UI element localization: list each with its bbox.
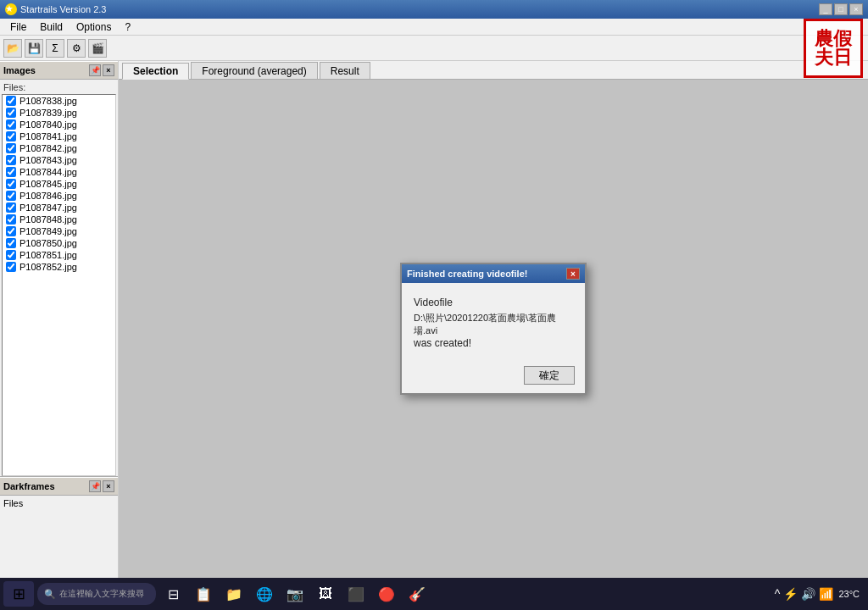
dialog-title: Finished creating videofile! [407,269,566,279]
toolbar: 📂 💾 Σ ⚙ 🎬 [0,36,868,61]
close-window-button[interactable]: × [849,3,863,15]
file-name: P1087849.jpg [19,226,77,236]
list-item[interactable]: P1087841.jpg [3,130,115,142]
taskbar-icon-3[interactable]: 🌐 [251,581,278,607]
file-checkbox[interactable] [6,119,16,130]
list-item[interactable]: P1087843.jpg [3,154,115,166]
tray-volume-icon: 🔊 [801,587,815,601]
minimize-button[interactable]: _ [819,3,832,15]
file-checkbox[interactable] [6,96,16,106]
list-item[interactable]: P1087840.jpg [3,119,115,130]
file-name: P1087839.jpg [19,108,77,118]
left-panel: Images 📌 × Files: P1087838.jpgP1087839.j… [0,61,119,578]
list-item[interactable]: P1087848.jpg [3,214,115,225]
file-checkbox[interactable] [6,202,16,213]
file-name: P1087851.jpg [19,250,77,260]
dialog-close-button[interactable]: × [566,268,580,280]
images-panel-header: Images 📌 × [0,61,118,80]
list-item[interactable]: P1087838.jpg [3,95,115,107]
list-item[interactable]: P1087846.jpg [3,190,115,202]
save-button[interactable]: 💾 [25,39,43,58]
taskbar-icon-4[interactable]: 📷 [281,581,309,607]
file-checkbox[interactable] [6,226,16,236]
list-item[interactable]: P1087852.jpg [3,261,115,273]
taskbar-search[interactable]: 🔍 在這裡輸入文字來搜尋 [37,583,156,605]
dialog-overlay: Finished creating videofile! × Videofile… [119,80,868,578]
taskbar-icon-2[interactable]: 📁 [220,581,248,607]
list-item[interactable]: P1087842.jpg [3,142,115,154]
list-item[interactable]: P1087849.jpg [3,225,115,237]
file-checkbox[interactable] [6,191,16,201]
tray-wifi-icon: 📶 [819,587,833,601]
file-checkbox[interactable] [6,214,16,225]
tray-network-icon: ⚡ [783,587,798,601]
list-item[interactable]: P1087847.jpg [3,202,115,214]
tab-foreground[interactable]: Foreground (averaged) [191,62,317,79]
file-name: P1087840.jpg [19,119,77,130]
file-name: P1087841.jpg [19,131,77,141]
file-checkbox[interactable] [6,262,16,272]
list-item[interactable]: P1087845.jpg [3,178,115,190]
list-item[interactable]: P1087851.jpg [3,249,115,261]
temperature-label: 23°C [838,589,860,599]
dialog-title-bar: Finished creating videofile! × [402,264,585,283]
tabs-bar: Selection Foreground (averaged) Result [119,61,868,80]
list-item[interactable]: P1087850.jpg [3,237,115,249]
start-button[interactable]: ⊞ [3,581,34,607]
file-name: P1087848.jpg [19,214,77,225]
tab-selection[interactable]: Selection [122,63,189,80]
file-checkbox[interactable] [6,167,16,177]
darkframes-pin-icon[interactable]: 📌 [89,480,101,492]
menu-build[interactable]: Build [33,19,70,35]
file-name: P1087843.jpg [19,155,77,165]
dialog-body: Videofile D:\照片\20201220茗面農場\茗面農場.avi wa… [402,283,585,361]
maximize-button[interactable]: □ [834,3,848,15]
file-checkbox[interactable] [6,143,16,153]
menu-help[interactable]: ? [118,19,137,35]
taskbar-icon-6[interactable]: ⬛ [342,581,370,607]
images-pin-icon[interactable]: 📌 [89,64,101,76]
open-button[interactable]: 📂 [3,39,22,58]
file-checkbox[interactable] [6,179,16,189]
file-name: P1087850.jpg [19,238,77,248]
dialog: Finished creating videofile! × Videofile… [400,263,587,395]
file-name: P1087844.jpg [19,167,77,177]
main-area: Images 📌 × Files: P1087838.jpgP1087839.j… [0,61,868,578]
tab-result[interactable]: Result [320,62,370,79]
file-name: P1087846.jpg [19,191,77,201]
list-item[interactable]: P1087844.jpg [3,166,115,178]
taskview-button[interactable]: ⊟ [159,581,186,607]
file-checkbox[interactable] [6,238,16,248]
file-checkbox[interactable] [6,155,16,165]
file-checkbox[interactable] [6,250,16,260]
taskbar-icon-1[interactable]: 📋 [190,581,217,607]
sum-button[interactable]: Σ [46,39,64,58]
tray-chevron-icon[interactable]: ^ [775,587,781,601]
darkframes-close-icon[interactable]: × [103,480,114,492]
list-item[interactable]: P1087839.jpg [3,107,115,119]
taskbar-right: ^ ⚡ 🔊 📶 23°C [775,587,865,601]
darkframes-panel: Darkframes 📌 × Files [0,476,118,578]
images-close-icon[interactable]: × [103,64,114,76]
file-checkbox[interactable] [6,108,16,118]
dialog-file-path: D:\照片\20201220茗面農場\茗面農場.avi [414,312,573,337]
watermark-logo: 農假 夫日 [804,19,863,78]
settings-button[interactable]: ⚙ [67,39,86,58]
menu-file[interactable]: File [3,19,33,35]
title-bar: ★ Startrails Version 2.3 _ □ × [0,0,868,19]
menu-options[interactable]: Options [70,19,118,35]
ok-button[interactable]: 確定 [524,366,575,385]
file-list[interactable]: P1087838.jpgP1087839.jpgP1087840.jpgP108… [2,94,116,476]
file-name: P1087838.jpg [19,96,77,106]
taskbar-icon-8[interactable]: 🎸 [403,581,431,607]
video-button[interactable]: 🎬 [88,39,107,58]
file-name: P1087847.jpg [19,202,77,213]
taskbar-icon-7[interactable]: 🔴 [373,581,400,607]
search-label: 在這裡輸入文字來搜尋 [59,588,144,600]
taskbar-icon-5[interactable]: 🖼 [312,581,339,607]
dialog-message-line3: was created! [414,337,573,349]
file-checkbox[interactable] [6,131,16,141]
tray-icons: ^ ⚡ 🔊 📶 [775,587,834,601]
file-name: P1087852.jpg [19,262,77,272]
menu-bar: File Build Options ? [0,19,868,36]
